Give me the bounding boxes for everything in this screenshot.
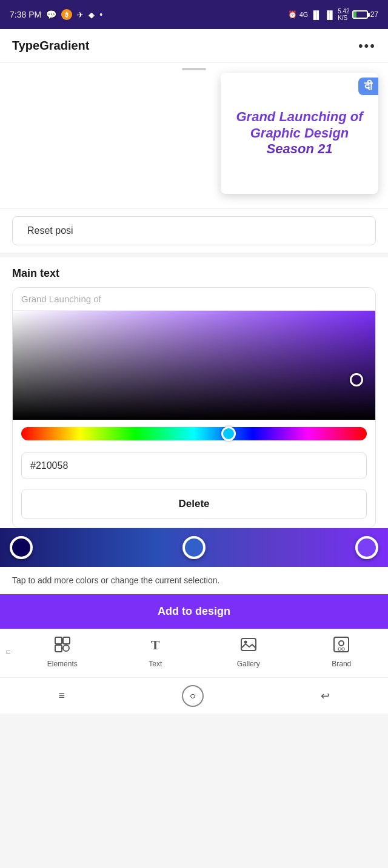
black-overlay: [13, 311, 375, 420]
gradient-stop-mid[interactable]: [182, 536, 206, 559]
wifi-signal-icon: ▐▌: [324, 10, 335, 19]
signal-icon: ▐▌: [310, 10, 321, 19]
status-bar: 7:38 PM 💬 ₿ ✈ ◆ • ⏰ 4G ▐▌ ▐▌ 5.42K/S 27: [0, 0, 388, 29]
gradient-stop-dark[interactable]: [10, 536, 33, 559]
drag-handle[interactable]: [182, 68, 206, 70]
home-indicator-bar: ≡ ○ ↩: [0, 677, 388, 714]
hue-thumb[interactable]: [221, 426, 236, 441]
svg-point-8: [339, 641, 344, 646]
gradient-stop-light[interactable]: [355, 536, 378, 559]
notification-icon: ◆: [89, 10, 95, 19]
back-button[interactable]: ↩: [321, 689, 330, 703]
color-gradient-picker[interactable]: [13, 311, 375, 420]
svg-text:CO: CO: [338, 646, 345, 652]
svg-rect-0: [55, 637, 62, 644]
text-preview-field: Grand Launching of: [13, 288, 375, 311]
elements-label: Elements: [47, 660, 78, 668]
preview-area: दी Grand Launching of Graphic Design Sea…: [0, 63, 388, 208]
reset-position-button[interactable]: Reset posi: [12, 216, 376, 245]
nav-item-text[interactable]: T Text: [109, 631, 202, 673]
more-options-icon[interactable]: •••: [358, 38, 376, 54]
svg-text:T: T: [151, 637, 160, 652]
bitcoin-icon: ₿: [61, 9, 72, 20]
text-icon: T: [147, 636, 164, 657]
hint-text: Tap to add more colors or change the cur…: [0, 567, 388, 594]
svg-rect-1: [63, 637, 70, 644]
time-display: 7:38 PM: [10, 10, 41, 19]
whatsapp-icon: 💬: [46, 10, 56, 19]
nav-edge-label: n: [0, 645, 16, 659]
speed-indicator: 5.42K/S: [338, 8, 349, 21]
preview-badge: दी: [358, 78, 378, 95]
gallery-label: Gallery: [237, 660, 260, 668]
nav-item-brand[interactable]: CO Brand: [295, 631, 389, 673]
battery-icon: [352, 10, 368, 19]
svg-rect-2: [55, 645, 62, 652]
brand-icon: CO: [333, 636, 350, 657]
home-button[interactable]: ○: [182, 685, 204, 707]
bottom-nav: n Elements T Text Ga: [0, 629, 388, 677]
alarm-icon: ⏰: [288, 10, 297, 19]
svg-rect-5: [241, 638, 256, 651]
nav-item-gallery[interactable]: Gallery: [202, 631, 295, 673]
telegram-icon: ✈: [77, 10, 84, 19]
hex-input-container: [13, 448, 375, 484]
delete-button[interactable]: Delete: [21, 489, 367, 519]
main-text-title: Main text: [12, 267, 376, 280]
svg-point-3: [63, 645, 69, 651]
main-text-section: Main text Grand Launching of Delete: [0, 257, 388, 528]
gradient-stops-bar[interactable]: [0, 528, 388, 567]
gallery-icon: [240, 636, 257, 657]
add-to-design-button[interactable]: Add to design: [0, 594, 388, 629]
home-circle-icon: ○: [190, 691, 196, 701]
hue-slider[interactable]: [21, 427, 367, 440]
hue-slider-container: [13, 420, 375, 448]
color-picker-thumb[interactable]: [350, 373, 363, 386]
nav-item-elements[interactable]: Elements: [16, 631, 109, 673]
network-4g-icon: 4G: [299, 11, 309, 18]
delete-btn-container: Delete: [13, 484, 375, 528]
app-bar: TypeGradient •••: [0, 29, 388, 63]
brand-label: Brand: [332, 660, 351, 668]
elements-icon: [54, 636, 71, 657]
app-title: TypeGradient: [12, 39, 89, 53]
preview-text: Grand Launching of Graphic Design Season…: [221, 97, 378, 169]
dot-icon: •: [99, 10, 102, 19]
text-label: Text: [149, 660, 162, 668]
hex-color-input[interactable]: [21, 452, 367, 479]
preview-card: दी Grand Launching of Graphic Design Sea…: [221, 73, 378, 194]
reset-area: Reset posi: [0, 208, 388, 253]
color-picker-card: Grand Launching of Delete: [12, 287, 376, 528]
battery-percent: 27: [370, 10, 378, 19]
hamburger-menu-icon[interactable]: ≡: [58, 689, 65, 702]
